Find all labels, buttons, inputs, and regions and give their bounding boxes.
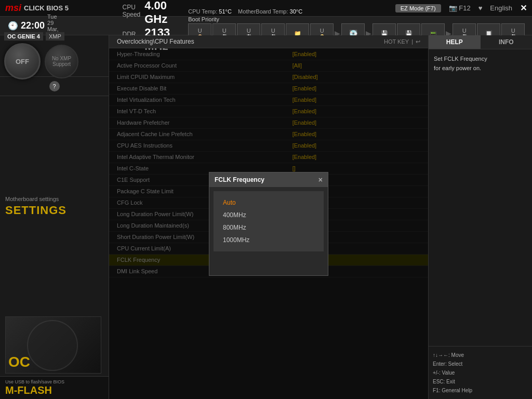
settings-table-area: Hyper-Threading[Enabled]Active Processor… xyxy=(109,48,428,399)
product-name: CLICK BIOS 5 xyxy=(24,4,69,12)
right-panel: HELP INFO Set FCLK Frequency for early p… xyxy=(428,35,532,399)
fclk-modal: FCLK Frequency × Auto400MHz800MHz1000MHz xyxy=(209,172,328,276)
center-area: Overclocking\CPU Features HOT KEY | ↩ Hy… xyxy=(109,35,428,399)
boot-priority-label: Boot Priority xyxy=(188,16,219,22)
nav-hint: ESC: Exit xyxy=(433,377,528,386)
modal-header: FCLK Frequency × xyxy=(209,172,328,187)
right-nav-hints: ↑↓→←: MoveEnter: Select+/-: ValueESC: Ex… xyxy=(429,346,532,399)
modal-overlay[interactable]: FCLK Frequency × Auto400MHz800MHz1000MHz xyxy=(109,48,428,399)
mflash-big-label: M-FLASH xyxy=(5,384,103,396)
cpu-temp-label: CPU Temp: xyxy=(188,8,217,15)
modal-option[interactable]: 800MHz xyxy=(219,221,318,234)
pipe-divider: | xyxy=(411,38,413,45)
help-text: Set FCLK Frequency for early power on. xyxy=(434,55,527,73)
modal-title: FCLK Frequency xyxy=(215,176,264,183)
help-btn[interactable]: ? xyxy=(49,81,60,91)
tab-help[interactable]: HELP xyxy=(429,35,481,49)
hotkey-area: HOT KEY | ↩ xyxy=(384,38,420,45)
modal-close-btn[interactable]: × xyxy=(318,176,323,184)
settings-small-label: Motherboard settings xyxy=(5,196,103,202)
help-section: ? xyxy=(0,77,109,96)
mflash-small-label: Use USB to flash/save BIOS xyxy=(5,379,103,384)
mflash-section[interactable]: Use USB to flash/save BIOS M-FLASH xyxy=(0,376,109,399)
sidebar: OC GENIE 4 XMP OFF No XMP Support ? Moth… xyxy=(0,35,109,399)
oc-genie-section: OC GENIE 4 XMP OFF No XMP Support xyxy=(0,35,109,77)
main-area: OC GENIE 4 XMP OFF No XMP Support ? Moth… xyxy=(0,35,532,399)
clock-icon: 🕙 xyxy=(8,21,18,31)
nav-hint: ↑↓→←: Move xyxy=(433,351,528,360)
nav-hint: +/-: Value xyxy=(433,368,528,377)
right-help-content: Set FCLK Frequency for early power on. xyxy=(429,49,532,346)
cpu-speed-value: 4.00 GHz xyxy=(144,0,170,26)
tab-info[interactable]: INFO xyxy=(481,35,533,49)
cpu-speed-label: CPU Speed xyxy=(123,4,141,18)
modal-body: Auto400MHz800MHz1000MHz xyxy=(214,191,324,251)
cpu-temp-value: 51°C xyxy=(219,8,232,15)
oc-genie-label: OC GENIE 4 xyxy=(4,32,43,41)
off-knob[interactable]: OFF xyxy=(4,43,41,79)
breadcrumb: Overclocking\CPU Features xyxy=(117,38,194,45)
back-arrow-icon[interactable]: ↩ xyxy=(416,38,420,45)
status-bar: 🕙 22:00 Tue 29 Mar, 2016 CPU Speed 4.00 … xyxy=(0,17,532,35)
modal-option[interactable]: 1000MHz xyxy=(219,234,318,246)
mb-temp-value: 30°C xyxy=(290,8,303,15)
msi-logo: msi xyxy=(5,3,21,14)
modal-option[interactable]: 400MHz xyxy=(219,209,318,221)
modal-options: Auto400MHz800MHz1000MHz xyxy=(219,196,318,246)
hotkey-label: HOT KEY xyxy=(384,38,409,45)
nav-hint: Enter: Select xyxy=(433,360,528,368)
modal-option[interactable]: Auto xyxy=(219,196,318,209)
oc-header: Overclocking\CPU Features HOT KEY | ↩ xyxy=(109,35,428,48)
nav-hint: F1: General Help xyxy=(433,386,528,395)
logo-area: msi CLICK BIOS 5 xyxy=(5,3,69,14)
xmp-label: XMP xyxy=(46,32,64,41)
mb-temp-label: MotherBoard Temp: xyxy=(238,8,288,15)
settings-big-label: SETTINGS xyxy=(5,204,103,217)
xmp-circle[interactable]: No XMP Support xyxy=(45,45,78,78)
right-tabs: HELP INFO xyxy=(429,35,532,49)
time-display: 22:00 xyxy=(21,20,45,31)
settings-section[interactable]: Motherboard settings SETTINGS xyxy=(0,96,109,316)
oc-image[interactable]: OC xyxy=(5,316,101,374)
